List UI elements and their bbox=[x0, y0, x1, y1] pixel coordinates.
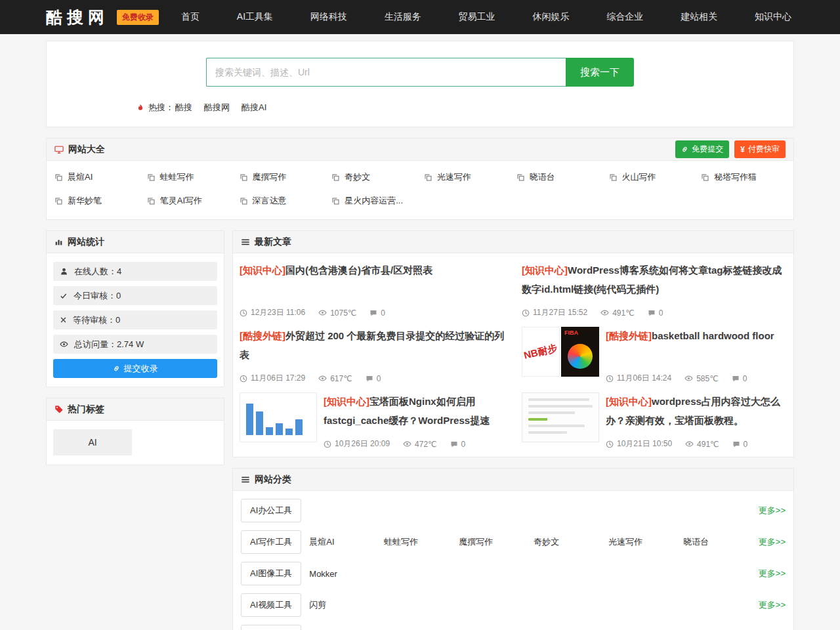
article-thumbnail: FIBA bbox=[561, 327, 599, 377]
free-submit-button[interactable]: 免费提交 bbox=[675, 140, 729, 158]
search-input[interactable] bbox=[206, 58, 566, 87]
latest-articles-title: 最新文章 bbox=[255, 236, 291, 248]
category-button-ai-office[interactable]: AI办公工具 bbox=[241, 499, 301, 522]
search-button[interactable]: 搜索一下 bbox=[566, 58, 634, 87]
site-link[interactable]: 深言达意 bbox=[236, 189, 328, 213]
nav-item-life-services[interactable]: 生活服务 bbox=[385, 11, 421, 23]
article-date: 11月06日 14:24 bbox=[606, 373, 671, 384]
category-more-link[interactable]: 更多>> bbox=[759, 599, 786, 611]
cross-icon bbox=[60, 316, 67, 324]
hot-search-row: 热搜： 酷搜 酷搜网 酷搜AI bbox=[136, 102, 793, 114]
category-site-link[interactable]: 晨煊AI bbox=[309, 536, 384, 548]
site-link[interactable]: 蛙蛙写作 bbox=[143, 165, 236, 189]
category-button-ai-image[interactable]: AI图像工具 bbox=[241, 562, 301, 585]
site-stats-header: 网站统计 bbox=[47, 231, 224, 253]
site-categories-section: 网站分类 AI办公工具 更多>> AI写作工具 晨煊AI 蛙蛙写作 bbox=[232, 468, 794, 630]
site-categories-header: 网站分类 bbox=[233, 469, 793, 491]
articles-grid: [知识中心]国内(包含港澳台)省市县/区对照表 12月23日 11:06 107… bbox=[233, 253, 793, 457]
article-item[interactable]: [知识中心]wordpress占用内容过大怎么办？亲测有效，宝塔面板教程。 10… bbox=[522, 392, 787, 453]
menu-icon bbox=[241, 238, 250, 247]
free-include-badge[interactable]: 免费收录 bbox=[117, 10, 159, 25]
category-site-link[interactable]: Mokker bbox=[309, 569, 384, 579]
stat-pending-review: 等待审核：0 bbox=[53, 310, 217, 329]
category-site-link[interactable]: 晓语台 bbox=[683, 536, 758, 548]
nav-item-leisure[interactable]: 休闲娱乐 bbox=[532, 11, 569, 23]
article-date: 10月21日 10:50 bbox=[606, 438, 672, 450]
article-date: 11月06日 17:29 bbox=[240, 373, 305, 384]
category-more-link[interactable]: 更多>> bbox=[759, 568, 786, 579]
article-views: 617℃ bbox=[318, 374, 352, 383]
nav-item-network-tech[interactable]: 网络科技 bbox=[310, 11, 347, 23]
site-link[interactable]: 奇妙文 bbox=[327, 165, 420, 189]
site-link[interactable]: 晨煊AI bbox=[51, 165, 143, 189]
category-button-ai-writing[interactable]: AI写作工具 bbox=[241, 530, 301, 554]
tag-ai[interactable]: AI bbox=[53, 429, 132, 455]
category-more-link[interactable]: 更多>> bbox=[759, 505, 786, 516]
site-link[interactable]: 星火内容运营... bbox=[327, 189, 420, 213]
article-thumbnail bbox=[522, 392, 599, 442]
category-button-ai-audio[interactable]: AI音频工具 bbox=[241, 625, 301, 630]
article-category[interactable]: [酷搜外链] bbox=[240, 330, 285, 341]
top-navbar: 酷搜网 免费收录 首页 AI工具集 网络科技 生活服务 贸易工业 休闲娱乐 综合… bbox=[0, 0, 840, 34]
category-more-link[interactable]: 更多>> bbox=[759, 536, 786, 548]
nav-item-ai-tools[interactable]: AI工具集 bbox=[237, 11, 273, 23]
site-logo[interactable]: 酷搜网 bbox=[46, 7, 109, 28]
hot-link[interactable]: 酷搜网 bbox=[204, 102, 230, 114]
category-button-ai-video[interactable]: AI视频工具 bbox=[241, 593, 301, 617]
site-link[interactable]: 晓语台 bbox=[513, 165, 605, 189]
article-item[interactable]: [酷搜外链]外贸超过 200 个最新免费目录提交的经过验证的列表 11月06日 … bbox=[240, 327, 505, 387]
nav-item-enterprise[interactable]: 综合企业 bbox=[606, 11, 643, 23]
category-site-link[interactable]: 光速写作 bbox=[608, 536, 683, 548]
site-link[interactable]: 笔灵AI写作 bbox=[143, 189, 236, 213]
nav-menu: 首页 AI工具集 网络科技 生活服务 贸易工业 休闲娱乐 综合企业 建站相关 知… bbox=[181, 11, 791, 23]
site-link[interactable]: 魔撰写作 bbox=[236, 165, 328, 189]
stat-total-visits: 总访问量：2.74 W bbox=[53, 335, 217, 354]
article-title[interactable]: [酷搜外链]basketball hardwood floor bbox=[606, 327, 787, 346]
article-category[interactable]: [知识中心] bbox=[522, 264, 568, 276]
category-site-link[interactable]: 闪剪 bbox=[309, 599, 384, 611]
article-meta: 11月27日 15:52 491℃ 0 bbox=[522, 307, 787, 318]
article-item[interactable]: [知识中心]WordPress博客系统如何将文章tag标签链接改成数字id.ht… bbox=[522, 261, 787, 322]
category-site-link[interactable]: 蛙蛙写作 bbox=[384, 536, 459, 548]
site-link[interactable]: 秘塔写作猫 bbox=[697, 165, 789, 189]
site-directory-section: 网站大全 免费提交 ¥ 付费快审 晨煊AI 蛙蛙写作 魔撰写作 奇妙文 光速 bbox=[46, 138, 794, 220]
article-date: 12月23日 11:06 bbox=[240, 307, 305, 318]
hot-label: 热搜： bbox=[148, 102, 174, 114]
article-category[interactable]: [知识中心] bbox=[240, 264, 285, 276]
submit-include-button[interactable]: 提交收录 bbox=[53, 359, 217, 378]
site-link[interactable]: 光速写作 bbox=[420, 165, 513, 189]
nav-item-trade-industry[interactable]: 贸易工业 bbox=[459, 11, 495, 23]
paid-review-button[interactable]: ¥ 付费快审 bbox=[734, 140, 786, 158]
article-views: 1075℃ bbox=[318, 308, 356, 318]
article-category[interactable]: [知识中心] bbox=[606, 396, 652, 407]
article-item[interactable]: NB耐步 FIBA [酷搜外链]basketball hardwood floo… bbox=[522, 327, 787, 387]
article-title[interactable]: [知识中心]宝塔面板Nginx如何启用 fastcgi_cache缓存？Word… bbox=[324, 392, 505, 430]
article-item[interactable]: [知识中心]宝塔面板Nginx如何启用 fastcgi_cache缓存？Word… bbox=[240, 392, 505, 453]
eye-icon bbox=[60, 340, 68, 348]
article-category[interactable]: [知识中心] bbox=[324, 396, 369, 407]
category-site-link[interactable]: 奇妙文 bbox=[534, 536, 608, 548]
article-meta: 12月23日 11:06 1075℃ 0 bbox=[240, 307, 505, 318]
article-title[interactable]: [知识中心]WordPress博客系统如何将文章tag标签链接改成数字id.ht… bbox=[522, 261, 787, 299]
article-title[interactable]: [知识中心]国内(包含港澳台)省市县/区对照表 bbox=[240, 261, 505, 280]
article-title[interactable]: [知识中心]wordpress占用内容过大怎么办？亲测有效，宝塔面板教程。 bbox=[606, 392, 787, 430]
nav-item-site-building[interactable]: 建站相关 bbox=[681, 11, 717, 23]
article-category[interactable]: [酷搜外链] bbox=[606, 330, 652, 341]
site-link[interactable]: 火山写作 bbox=[605, 165, 698, 189]
article-views: 472℃ bbox=[403, 440, 437, 449]
category-site-link[interactable]: 魔撰写作 bbox=[459, 536, 534, 548]
nav-item-knowledge[interactable]: 知识中心 bbox=[755, 11, 791, 23]
article-comments: 0 bbox=[732, 374, 747, 383]
hot-link[interactable]: 酷搜AI bbox=[242, 102, 266, 114]
article-title[interactable]: [酷搜外链]外贸超过 200 个最新免费目录提交的经过验证的列表 bbox=[240, 327, 505, 364]
nav-item-home[interactable]: 首页 bbox=[181, 11, 200, 23]
article-item[interactable]: [知识中心]国内(包含港澳台)省市县/区对照表 12月23日 11:06 107… bbox=[240, 261, 505, 322]
paid-review-label: 付费快审 bbox=[748, 144, 780, 155]
category-rows: AI办公工具 更多>> AI写作工具 晨煊AI 蛙蛙写作 魔撰写作 奇妙文 光速… bbox=[233, 491, 793, 630]
article-thumbnails: NB耐步 FIBA bbox=[522, 327, 599, 387]
latest-articles-section: 最新文章 [知识中心]国内(包含港澳台)省市县/区对照表 12月23日 11:0… bbox=[232, 230, 794, 457]
hot-link[interactable]: 酷搜 bbox=[175, 102, 192, 114]
menu-icon bbox=[241, 475, 250, 484]
site-link[interactable]: 新华妙笔 bbox=[51, 189, 143, 213]
article-views: 491℃ bbox=[685, 440, 719, 449]
